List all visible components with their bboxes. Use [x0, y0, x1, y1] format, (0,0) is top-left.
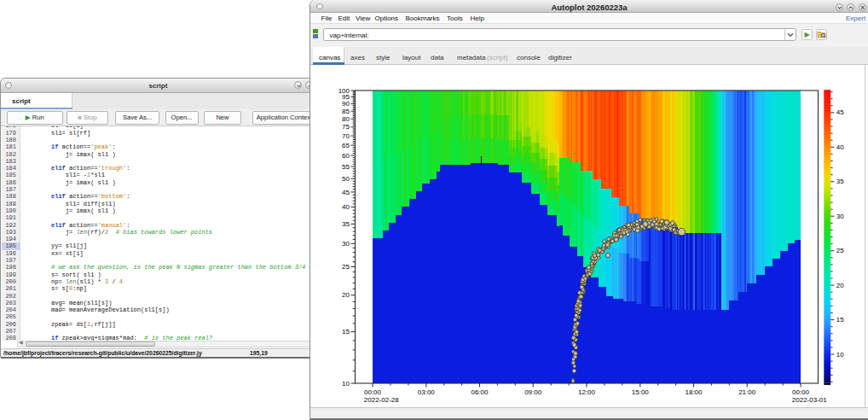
svg-text:15: 15 — [342, 328, 350, 335]
svg-text:45: 45 — [342, 189, 350, 196]
svg-text:80: 80 — [342, 115, 350, 123]
svg-text:18:00: 18:00 — [685, 388, 703, 396]
svg-text:06:00: 06:00 — [471, 388, 489, 396]
svg-text:55: 55 — [342, 163, 350, 171]
svg-text:90: 90 — [342, 100, 350, 108]
svg-text:50: 50 — [342, 175, 350, 183]
svg-text:30: 30 — [836, 213, 844, 220]
svg-text:09:00: 09:00 — [524, 388, 542, 396]
svg-text:75: 75 — [342, 123, 350, 131]
svg-text:65: 65 — [342, 142, 350, 149]
svg-text:35: 35 — [342, 220, 350, 228]
svg-text:20: 20 — [342, 291, 350, 299]
svg-text:21:00: 21:00 — [738, 388, 756, 396]
svg-text:40: 40 — [342, 203, 350, 211]
svg-text:15: 15 — [836, 316, 844, 324]
svg-text:100: 100 — [339, 87, 350, 95]
svg-text:2022-02-28: 2022-02-28 — [364, 396, 399, 404]
svg-text:35: 35 — [836, 178, 844, 185]
svg-text:30: 30 — [342, 240, 350, 248]
svg-text:25: 25 — [836, 247, 844, 254]
svg-text:60: 60 — [342, 152, 350, 160]
svg-text:10: 10 — [342, 380, 350, 388]
svg-text:10: 10 — [836, 351, 844, 359]
svg-text:85: 85 — [342, 108, 350, 115]
svg-text:25: 25 — [342, 263, 350, 271]
svg-text:12:00: 12:00 — [578, 388, 596, 396]
svg-text:45: 45 — [836, 108, 844, 116]
svg-text:70: 70 — [342, 132, 350, 140]
svg-text:15:00: 15:00 — [632, 388, 650, 396]
svg-text:2022-03-01: 2022-03-01 — [792, 396, 827, 404]
svg-text:03:00: 03:00 — [418, 388, 436, 396]
svg-text:20: 20 — [836, 282, 844, 289]
svg-text:40: 40 — [836, 143, 844, 151]
